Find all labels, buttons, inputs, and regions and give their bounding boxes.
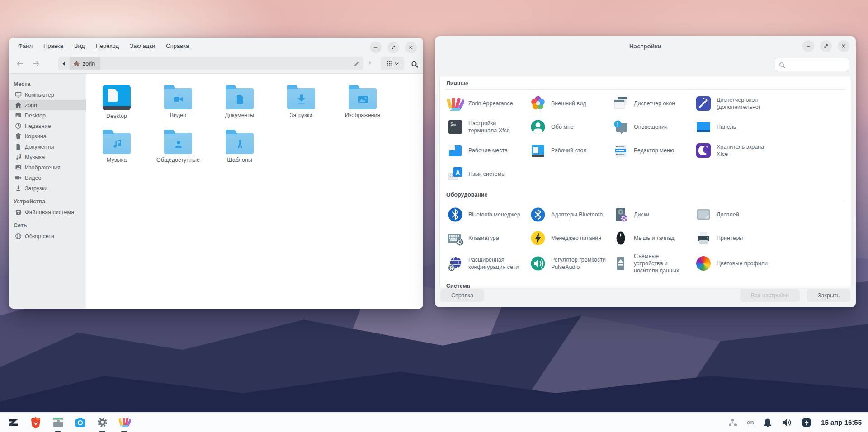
keyboard-layout-indicator[interactable]: en	[747, 419, 754, 426]
settings-search-input[interactable]	[775, 58, 849, 71]
sidebar-item-home[interactable]: zorin	[9, 100, 86, 110]
settings-content: Личные Zorin Appearance Внешний вид Дисп…	[439, 76, 851, 288]
file-item-videos[interactable]: Видео	[147, 81, 209, 126]
back-button[interactable]	[14, 58, 25, 69]
settings-item-advanced-network[interactable]: Расширенная конфигурация сети	[444, 250, 527, 277]
software-store-button[interactable]	[73, 415, 87, 430]
file-item-templates[interactable]: Шаблоны	[209, 126, 270, 171]
settings-item-window-manager-tweaks[interactable]: Диспетчер окон (дополнительно)	[693, 92, 775, 115]
settings-item-disks[interactable]: Диски	[610, 203, 693, 226]
sidebar-item-network-browse[interactable]: Обзор сети	[9, 231, 86, 241]
file-item-music[interactable]: Музыка	[86, 126, 147, 171]
file-manager-sidebar: Места Компьютер zorin Desktop Недавние	[9, 74, 86, 309]
speaker-icon	[529, 254, 547, 272]
settings-item-screensaver[interactable]: Хранитель экрана Xfce	[693, 139, 775, 162]
search-icon	[411, 61, 419, 68]
sidebar-item-pictures[interactable]: Изображения	[9, 162, 86, 173]
notifications-tray-icon[interactable]	[763, 418, 772, 427]
settings-item-color-profiles[interactable]: Цветовые профили	[693, 250, 775, 277]
settings-item-workspaces[interactable]: Рабочие места	[444, 139, 527, 162]
settings-item-notifications[interactable]: Оповещения	[610, 115, 693, 139]
sidebar-item-videos[interactable]: Видео	[9, 173, 86, 183]
document-icon	[15, 143, 22, 150]
sidebar-item-documents[interactable]: Документы	[9, 141, 86, 152]
volume-tray-icon[interactable]	[781, 418, 792, 427]
settings-item-label: Рабочие места	[468, 147, 508, 154]
clock[interactable]: 15 апр 16:55	[821, 418, 862, 426]
settings-item-label: Съёмные устройства и носители данных	[634, 253, 689, 274]
magic-wand-icon	[694, 94, 712, 113]
breadcrumb-scroll-left[interactable]	[58, 61, 70, 66]
forward-button[interactable]	[31, 58, 42, 69]
section-grid-personal: Zorin Appearance Внешний вид Диспетчер о…	[440, 90, 851, 188]
power-tray-icon[interactable]	[801, 417, 812, 428]
zorin-appearance-taskbar-button[interactable]	[117, 415, 132, 430]
file-item-documents[interactable]: Документы	[209, 81, 270, 126]
path-bar[interactable]: zorin	[58, 57, 363, 70]
menu-go[interactable]: Переход	[95, 42, 119, 49]
settings-item-keyboard[interactable]: Клавиатура	[444, 226, 527, 250]
sidebar-item-downloads[interactable]: Загрузки	[9, 183, 86, 193]
breadcrumb-scroll-right[interactable]	[368, 60, 372, 66]
menu-bookmarks[interactable]: Закладки	[130, 42, 155, 49]
settings-item-menu-editor[interactable]: Редактор меню	[610, 139, 693, 162]
settings-item-bluetooth-adapters[interactable]: Адаптеры Bluetooth	[527, 203, 610, 226]
zorin-menu-button[interactable]	[6, 415, 21, 430]
eject-icon	[612, 254, 630, 272]
network-tray-icon[interactable]	[728, 418, 738, 427]
sidebar-header-network: Сеть	[9, 220, 86, 231]
file-item-pictures[interactable]: Изображения	[332, 81, 393, 126]
settings-item-power-manager[interactable]: Менеджер питания	[527, 226, 610, 250]
settings-item-printers[interactable]: Принтеры	[693, 226, 775, 250]
settings-taskbar-button[interactable]	[95, 415, 109, 430]
settings-item-display[interactable]: Дисплей	[693, 203, 775, 226]
maximize-button[interactable]	[820, 40, 832, 52]
settings-item-window-manager[interactable]: Диспетчер окон	[610, 92, 693, 115]
brave-browser-button[interactable]	[28, 415, 43, 430]
sidebar-item-filesystem[interactable]: Файловая система	[9, 207, 86, 217]
file-item-desktop[interactable]: Desktop	[86, 81, 147, 126]
menu-edit[interactable]: Правка	[43, 42, 63, 49]
minimize-button[interactable]	[370, 42, 382, 53]
view-mode-button[interactable]	[381, 57, 404, 70]
file-item-downloads[interactable]: Загрузки	[270, 81, 332, 126]
sidebar-item-recent[interactable]: Недавние	[9, 121, 86, 131]
file-item-public[interactable]: Общедоступные	[147, 126, 209, 171]
maximize-icon	[823, 43, 829, 49]
close-settings-button[interactable]: Закрыть	[807, 289, 850, 302]
sidebar-item-music[interactable]: Музыка	[9, 152, 86, 162]
close-icon	[841, 43, 846, 49]
settings-item-about-me[interactable]: Обо мне	[527, 115, 610, 139]
all-settings-button[interactable]: Все настройки	[740, 289, 800, 302]
settings-item-pulseaudio-volume[interactable]: Регулятор громкости PulseAudio	[527, 250, 610, 277]
settings-item-panel[interactable]: Панель	[693, 115, 775, 139]
file-manager-taskbar-button[interactable]	[51, 415, 65, 430]
pictures-folder-icon	[349, 88, 377, 109]
help-button[interactable]: Справка	[440, 289, 484, 302]
settings-item-mouse-touchpad[interactable]: Мышь и тачпад	[610, 226, 693, 250]
close-button[interactable]	[405, 42, 417, 53]
settings-item-removable-media[interactable]: Съёмные устройства и носители данных	[610, 250, 693, 277]
menu-view[interactable]: Вид	[74, 42, 85, 49]
menu-help[interactable]: Справка	[166, 42, 189, 49]
sidebar-item-desktop[interactable]: Desktop	[9, 110, 86, 121]
minimize-button[interactable]	[802, 40, 814, 52]
computer-icon	[15, 91, 22, 98]
search-button[interactable]	[409, 58, 420, 70]
menu-file[interactable]: Файл	[18, 42, 33, 49]
breadcrumb-home[interactable]: zorin	[70, 57, 100, 70]
person-emblem-icon	[174, 139, 184, 149]
settings-item-xfce-terminal[interactable]: $ Настройки терминала Xfce	[444, 115, 527, 139]
maximize-button[interactable]	[387, 42, 399, 53]
edit-path-button[interactable]	[353, 61, 360, 67]
settings-item-desktop[interactable]: Рабочий стол	[527, 139, 610, 162]
desktop-folder-icon	[103, 85, 131, 110]
settings-item-appearance[interactable]: Внешний вид	[527, 92, 610, 115]
settings-item-zorin-appearance[interactable]: Zorin Appearance	[444, 92, 527, 115]
settings-item-system-language[interactable]: A Язык системы	[444, 162, 527, 186]
settings-item-bluetooth-manager[interactable]: Bluetooth менеджер	[444, 203, 527, 226]
sidebar-item-computer[interactable]: Компьютер	[9, 89, 86, 100]
sidebar-item-trash[interactable]: Корзина	[9, 131, 86, 141]
close-button[interactable]	[838, 40, 849, 52]
sidebar-item-label: Загрузки	[25, 185, 47, 192]
